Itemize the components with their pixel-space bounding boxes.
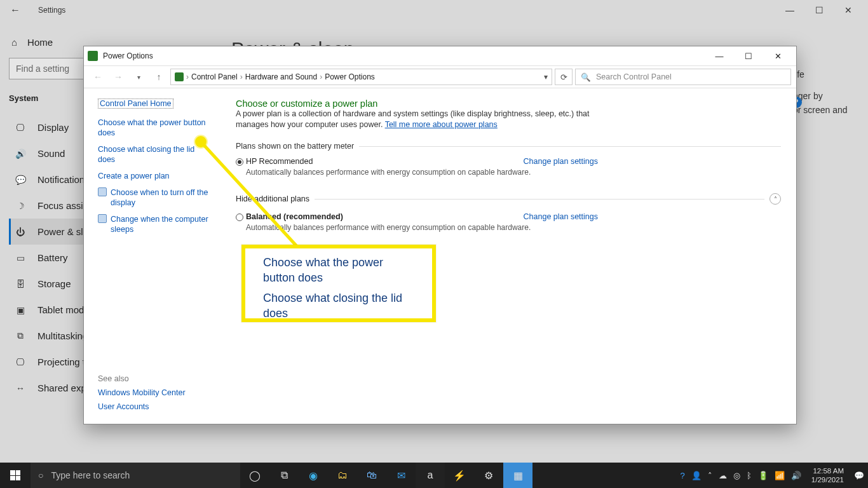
mail-icon[interactable]: ✉	[386, 463, 416, 488]
see-also-link[interactable]: Windows Mobility Center	[98, 388, 186, 397]
cp-search-input[interactable]: 🔍 Search Control Panel	[575, 69, 791, 85]
power-options-icon	[88, 51, 98, 61]
edge-icon[interactable]: ◉	[299, 463, 328, 488]
cp-search-placeholder: Search Control Panel	[596, 72, 672, 81]
cp-side-link[interactable]: Choose when to turn off the display	[111, 187, 212, 208]
power-plans-help-link[interactable]: Tell me more about power plans	[385, 120, 498, 129]
control-panel-taskbar-icon[interactable]: ▦	[503, 463, 532, 488]
start-button[interactable]	[0, 463, 31, 488]
cp-toolbar: ← → ▾ ↑ › Control Panel › Hardware and S…	[84, 65, 796, 88]
location-icon[interactable]: ◎	[733, 471, 740, 480]
home-icon: ⌂	[11, 37, 17, 48]
plan-desc: Automatically balances performance with …	[246, 168, 598, 177]
change-plan-settings-link[interactable]: Change plan settings	[524, 212, 598, 221]
sidebar-item-label: Focus assist	[37, 200, 90, 211]
chevron-right-icon: ›	[186, 72, 189, 81]
volume-icon[interactable]: 🔊	[791, 471, 801, 480]
cp-side-link[interactable]: Create a power plan	[98, 171, 212, 181]
refresh-button[interactable]: ⟳	[555, 69, 573, 85]
nav-back-icon[interactable]: ←	[89, 68, 107, 86]
power-icon[interactable]: ⚡	[445, 463, 474, 488]
settings-taskbar-icon[interactable]: ⚙	[474, 463, 503, 488]
windows-icon	[10, 470, 20, 480]
task-view-icon[interactable]: ⧉	[269, 463, 299, 488]
cp-side-link[interactable]: Choose what the power button does	[98, 118, 212, 138]
cp-window-title: Power Options	[103, 51, 153, 60]
sidebar-item-icon: ▣	[15, 305, 26, 315]
cp-titlebar: Power Options — ☐ ✕	[84, 46, 796, 65]
cp-minimize-button[interactable]: —	[705, 46, 734, 65]
taskbar-search-placeholder: Type here to search	[51, 470, 130, 480]
search-placeholder: Find a setting	[16, 64, 69, 74]
home-label: Home	[27, 37, 53, 48]
breadcrumb-item[interactable]: Power Options	[325, 72, 375, 81]
content-description: A power plan is a collection of hardware…	[236, 109, 611, 130]
action-center-icon[interactable]: 💬	[854, 471, 864, 480]
people-icon[interactable]: 👤	[691, 471, 702, 480]
onedrive-icon[interactable]: ☁	[719, 471, 727, 480]
content-heading: Choose or customize a power plan	[236, 98, 781, 109]
change-plan-settings-link[interactable]: Change plan settings	[524, 157, 598, 166]
search-icon: 🔍	[581, 72, 591, 82]
sidebar-item-icon: ↔	[15, 383, 26, 393]
radio-hp-recommended[interactable]	[236, 158, 243, 166]
minimize-button[interactable]: —	[775, 5, 804, 15]
taskbar-clock[interactable]: 12:58 AM 1/29/2021	[808, 466, 848, 484]
nav-up-icon[interactable]: ↑	[150, 68, 168, 86]
nav-forward-icon[interactable]: →	[109, 68, 127, 86]
store-icon[interactable]: 🛍	[357, 463, 386, 488]
file-explorer-icon[interactable]: 🗂	[328, 463, 357, 488]
system-tray: ? 👤 ˄ ☁ ◎ ᛒ 🔋 📶 🔊 12:58 AM 1/29/2021 💬	[681, 466, 868, 484]
side-link-icon	[98, 214, 107, 223]
settings-titlebar: ← Settings — ☐ ✕	[0, 0, 868, 20]
see-also-link[interactable]: User Accounts	[98, 402, 186, 411]
sidebar-item-icon: 🖵	[15, 123, 26, 133]
side-link-icon	[98, 187, 107, 196]
sidebar-item-icon: ⏻	[15, 227, 26, 237]
sidebar-item-icon: 🗄	[15, 279, 26, 289]
breadcrumb-item[interactable]: Hardware and Sound	[245, 72, 317, 81]
power-options-window: Power Options — ☐ ✕ ← → ▾ ↑ › Control Pa…	[83, 46, 797, 424]
address-bar[interactable]: › Control Panel › Hardware and Sound › P…	[170, 69, 552, 85]
see-also-header: See also	[98, 374, 186, 383]
sidebar-item-label: Display	[37, 122, 69, 133]
amazon-icon[interactable]: a	[416, 463, 445, 488]
sidebar-item-label: Storage	[37, 278, 71, 289]
tray-expand-icon[interactable]: ˄	[708, 471, 712, 480]
sidebar-item-label: Tablet mode	[37, 304, 90, 315]
nav-recent-dropdown[interactable]: ▾	[130, 68, 147, 86]
power-plan-row: Balanced (recommended) Automatically bal…	[236, 212, 598, 232]
back-icon[interactable]: ←	[5, 4, 25, 16]
collapse-icon[interactable]: ˄	[770, 193, 781, 205]
sidebar-item-label: Multitasking	[37, 330, 88, 341]
maximize-button[interactable]: ☐	[804, 5, 834, 15]
chevron-right-icon: ›	[240, 72, 243, 81]
cp-side-link[interactable]: Choose what closing the lid does	[98, 144, 212, 165]
sidebar-item-icon: ☽	[15, 201, 26, 211]
callout-text-2: Choose what closing the lid does	[263, 290, 417, 321]
sidebar-item-label: Sound	[37, 148, 65, 159]
cortana-icon[interactable]: ◯	[240, 463, 269, 488]
see-also: See also Windows Mobility Center User Ac…	[98, 374, 186, 416]
hide-plans-label[interactable]: Hide additional plans	[236, 194, 309, 203]
callout-text-1: Choose what the power button does	[263, 255, 417, 285]
wifi-icon[interactable]: 📶	[775, 471, 785, 480]
sidebar-item-icon: ▭	[15, 253, 26, 263]
cp-side-link[interactable]: Change when the computer sleeps	[111, 214, 212, 234]
breadcrumb-item[interactable]: Control Panel	[191, 72, 238, 81]
help-tray-icon[interactable]: ?	[681, 471, 685, 480]
cp-close-button[interactable]: ✕	[763, 46, 792, 65]
cp-maximize-button[interactable]: ☐	[734, 46, 763, 65]
sidebar-item-label: Battery	[37, 252, 68, 263]
divider	[359, 146, 781, 147]
battery-icon[interactable]: 🔋	[758, 471, 768, 480]
address-dropdown-icon[interactable]: ▾	[544, 72, 548, 81]
search-icon: ○	[38, 470, 43, 480]
plans-section-label: Plans shown on the battery meter	[236, 142, 354, 151]
radio-balanced[interactable]	[236, 214, 243, 221]
sidebar-item-icon: 🖵	[15, 357, 26, 367]
bluetooth-icon[interactable]: ᛒ	[747, 471, 752, 480]
taskbar-search[interactable]: ○ Type here to search	[31, 463, 240, 488]
close-button[interactable]: ✕	[834, 5, 863, 15]
cp-home-link[interactable]: Control Panel Home	[98, 98, 173, 109]
